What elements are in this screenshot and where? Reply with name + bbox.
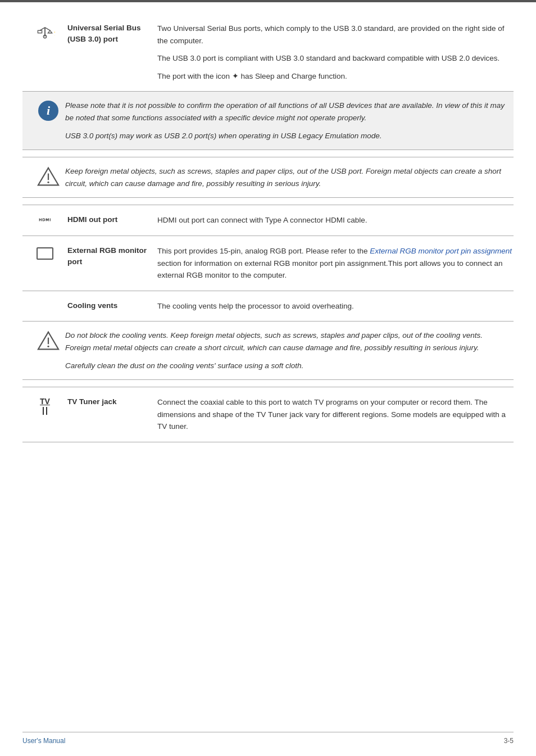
rgb-label: External RGB monitor port (67, 245, 157, 268)
cooling-warning-icon-col (31, 329, 65, 351)
svg-point-12 (47, 346, 49, 347)
usb-icon: ⚡ (35, 24, 55, 39)
svg-line-1 (40, 28, 45, 30)
tv-icon-col: TV (22, 396, 67, 415)
footer: User's Manual 3-5 (22, 732, 514, 745)
hdmi-label: HDMI out port (67, 214, 157, 225)
warning-icon-usb (37, 166, 60, 187)
cooling-icon-col (22, 300, 67, 301)
info-icon: i (38, 101, 58, 121)
rgb-icon-col (22, 245, 67, 260)
rgb-link[interactable]: External RGB monitor port pin assignment (370, 247, 512, 255)
svg-text:⚡: ⚡ (53, 28, 55, 37)
usb-note-row: i Please note that it is not possible to… (22, 91, 514, 150)
gap-3 (22, 380, 514, 387)
info-icon-col: i (31, 99, 65, 121)
svg-marker-4 (48, 30, 52, 33)
rgb-icon (37, 247, 53, 260)
bottom-divider (22, 442, 514, 442)
cooling-warning-text: Do not block the cooling vents. Keep for… (65, 329, 505, 372)
tv-description: Connect the coaxial cable to this port t… (157, 396, 514, 433)
rgb-entry-row: External RGB monitor port This port prov… (22, 236, 514, 291)
gap-1 (22, 150, 514, 157)
tv-entry-row: TV TV Tuner jack Connect the coaxial cab… (22, 387, 514, 442)
usb-description: Two Universal Serial Bus ports, which co… (157, 22, 514, 82)
usb-entry-row: ⚡ Universal Serial Bus (USB 3.0) port Tw… (22, 13, 514, 91)
usb-icon-col: ⚡ (22, 22, 67, 39)
hdmi-icon: ᴴᴰᴹᴵ (39, 218, 51, 225)
tv-icon: TV (40, 397, 50, 415)
usb-warning-row: Keep foreign metal objects, such as scre… (22, 157, 514, 198)
warning-icon-cooling (37, 331, 60, 351)
page: ⚡ Universal Serial Bus (USB 3.0) port Tw… (0, 0, 536, 756)
gap-2 (22, 198, 514, 205)
svg-rect-3 (38, 30, 42, 33)
usb-label: Universal Serial Bus (USB 3.0) port (67, 22, 157, 46)
svg-line-2 (45, 28, 50, 30)
hdmi-entry-row: ᴴᴰᴹᴵ HDMI out port HDMI out port can con… (22, 205, 514, 236)
cooling-entry-row: Cooling vents The cooling vents help the… (22, 291, 514, 322)
tv-label: TV Tuner jack (67, 396, 157, 408)
cooling-description: The cooling vents help the processor to … (157, 300, 514, 313)
usb-note-text: Please note that it is not possible to c… (65, 99, 505, 142)
usb-warning-icon-col (31, 165, 65, 187)
cooling-label: Cooling vents (67, 300, 157, 311)
rgb-description: This port provides 15-pin, analog RGB po… (157, 245, 514, 282)
hdmi-icon-col: ᴴᴰᴹᴵ (22, 214, 67, 225)
footer-page-number: 3-5 (504, 737, 514, 745)
footer-manual-label: User's Manual (22, 737, 65, 745)
hdmi-description: HDMI out port can connect with Type A co… (157, 214, 514, 227)
svg-point-9 (47, 182, 49, 183)
content-area: ⚡ Universal Serial Bus (USB 3.0) port Tw… (0, 2, 536, 476)
cooling-warning-row: Do not block the cooling vents. Keep for… (22, 321, 514, 380)
usb-warning-text: Keep foreign metal objects, such as scre… (65, 165, 505, 189)
